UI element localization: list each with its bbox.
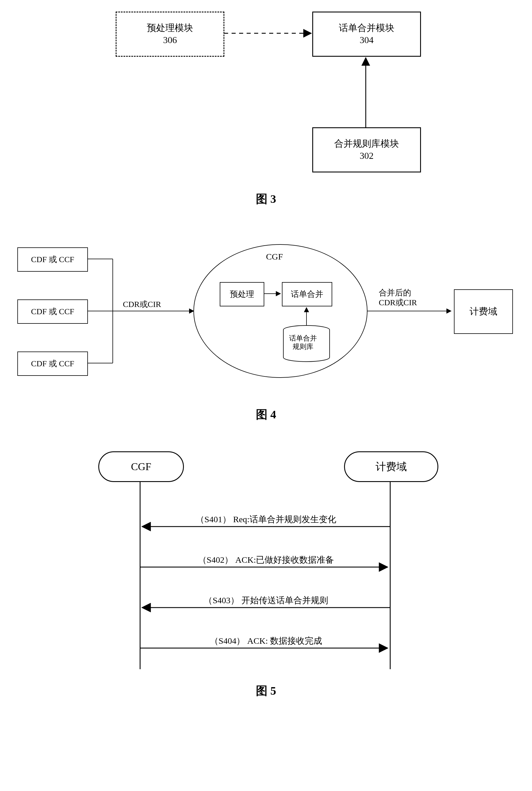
fig5-stage: CGF 计费域 （S401） Req:话单合并规则发生变化 （S402） ACK…: [78, 451, 454, 671]
figure-5: CGF 计费域 （S401） Req:话单合并规则发生变化 （S402） ACK…: [17, 451, 515, 699]
fig3-arrows: [78, 12, 454, 179]
preproc-label-4: 预处理: [230, 289, 254, 300]
billing-label: 计费域: [470, 305, 497, 318]
fig4-caption: 图 4: [17, 406, 515, 422]
fig4-stage: CDF 或 CCF CDF 或 CCF CDF 或 CCF: [17, 236, 515, 395]
preproc-box-4: 预处理: [220, 282, 264, 307]
msg-label-4: （S404） ACK: 数据接收完成: [165, 635, 367, 647]
merge-label-4: 话单合并: [291, 289, 323, 300]
msg-label-3: （S403） 开始传送话单合并规则: [165, 594, 367, 606]
msg-label-1: （S401） Req:话单合并规则发生变化: [165, 514, 367, 526]
arrow-in-label: CDR或CIR: [123, 299, 161, 310]
billing-box: 计费域: [454, 289, 513, 334]
fig5-caption: 图 5: [17, 683, 515, 699]
fig3-caption: 图 3: [17, 191, 515, 207]
figure-4: CDF 或 CCF CDF 或 CCF CDF 或 CCF: [17, 236, 515, 422]
figure-3: 预处理模块 306 话单合并模块 304 合并规则库模块 302 图 3: [17, 12, 515, 207]
rules-db-l1: 话单合并: [289, 334, 317, 342]
cgf-ellipse: [194, 244, 367, 378]
msg-label-2: （S402） ACK:已做好接收数据准备: [165, 554, 367, 566]
rules-db-label: 话单合并 规则库: [289, 334, 317, 351]
arrow-out-label: 合并后的 CDR或CIR: [379, 288, 417, 307]
arrow-out-l1: 合并后的: [379, 288, 411, 297]
arrow-out-l2: CDR或CIR: [379, 298, 417, 307]
fig3-stage: 预处理模块 306 话单合并模块 304 合并规则库模块 302: [78, 12, 454, 179]
cgf-title: CGF: [266, 252, 283, 261]
rules-db-l2: 规则库: [292, 343, 314, 350]
merge-box-4: 话单合并: [282, 282, 332, 307]
